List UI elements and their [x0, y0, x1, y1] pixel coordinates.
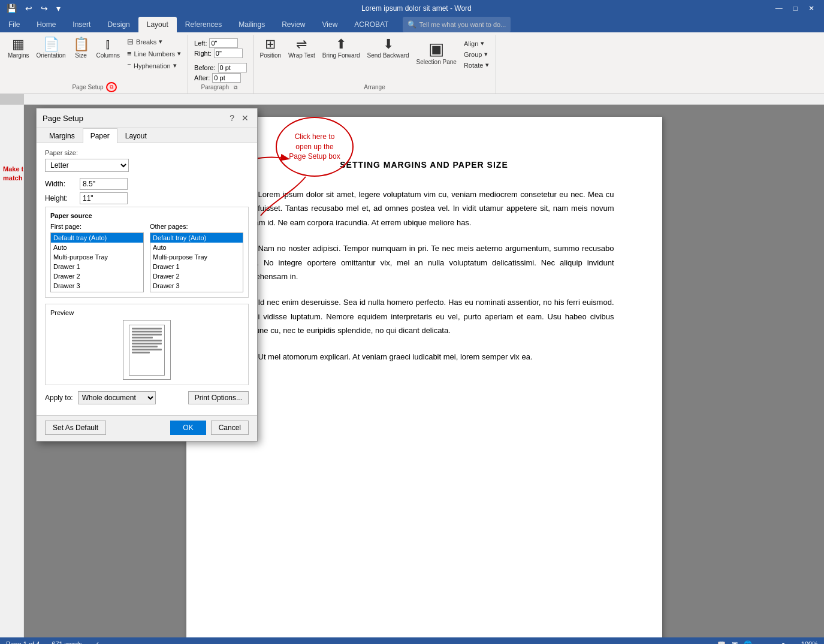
other-item-2[interactable]: Multi-purpose Tray — [150, 252, 243, 262]
selection-pane-button[interactable]: ▣ Selection Pane — [413, 36, 460, 68]
paper-size-group: Paper size: Letter Legal A4 — [45, 149, 249, 172]
source-item-4[interactable]: Drawer 2 — [51, 271, 143, 281]
breaks-button[interactable]: ⊟ Breaks ▾ — [124, 36, 184, 47]
group-button[interactable]: Group▾ — [461, 49, 492, 59]
selection-pane-label: Selection Pane — [416, 59, 457, 65]
apply-to-select[interactable]: Whole document This point forward — [78, 391, 156, 404]
width-row: Width: — [45, 178, 249, 190]
print-layout-icon[interactable]: ▣ — [732, 640, 738, 645]
preview-line-1 — [132, 328, 162, 329]
page-setup-dialog-launcher[interactable]: ⧉ — [106, 82, 117, 92]
cancel-button[interactable]: Cancel — [211, 421, 249, 435]
preview-line-4 — [132, 337, 153, 338]
tab-acrobat[interactable]: ACROBAT — [346, 17, 397, 32]
dialog-tab-margins[interactable]: Margins — [41, 128, 83, 143]
position-button[interactable]: ⊞ Position — [257, 36, 285, 61]
tab-file[interactable]: File — [0, 17, 28, 32]
other-item-3[interactable]: Drawer 1 — [150, 262, 243, 271]
zoom-slider[interactable]: ─────●─── 100% — [758, 640, 818, 644]
paragraph-group-content: Left: Right: Before: — [192, 36, 249, 83]
paragraph-dialog-launcher[interactable]: ⧉ — [231, 83, 240, 92]
paragraph-label-row: Paragraph ⧉ — [192, 83, 249, 92]
source-item-auto-other[interactable]: Default tray (Auto) — [150, 233, 243, 243]
ribbon: File Home Insert Design Layout Reference… — [0, 17, 824, 94]
other-pages-list[interactable]: Default tray (Auto) Auto Multi-purpose T… — [150, 232, 243, 292]
web-layout-icon[interactable]: 🌐 — [744, 640, 752, 645]
position-icon: ⊞ — [265, 38, 276, 51]
spacing-after-input[interactable] — [212, 73, 241, 83]
other-pages-col: Other pages: Default tray (Auto) Auto Mu… — [150, 223, 243, 292]
orientation-icon: 📄 — [43, 38, 59, 51]
dialog-tab-paper[interactable]: Paper — [83, 128, 117, 143]
other-item-4[interactable]: Drawer 2 — [150, 271, 243, 281]
spacing-controls: Before: After: — [194, 63, 246, 83]
quick-access-more[interactable]: ▾ — [55, 2, 62, 14]
minimize-button[interactable]: — — [771, 3, 787, 14]
source-item-3[interactable]: Drawer 1 — [51, 262, 143, 271]
columns-button[interactable]: ⫿ Columns — [93, 36, 123, 61]
source-item-6[interactable]: Drawer 4 — [51, 291, 143, 292]
dialog-tab-layout[interactable]: Layout — [117, 128, 155, 143]
size-button[interactable]: 📋 Size — [70, 36, 92, 61]
set-default-button[interactable]: Set As Default — [45, 421, 106, 435]
dialog-close-button[interactable]: ✕ — [239, 113, 251, 123]
source-item-auto-first[interactable]: Default tray (Auto) — [51, 233, 143, 243]
source-item-1[interactable]: Auto — [51, 243, 143, 252]
send-backward-icon: ⬇ — [383, 38, 394, 51]
close-button[interactable]: ✕ — [804, 3, 819, 14]
height-input[interactable] — [80, 192, 128, 204]
arrange-group: ⊞ Position ⇌ Wrap Text ⬆ Bring Forward ⬇… — [253, 35, 497, 93]
tab-view[interactable]: View — [314, 17, 346, 32]
save-icon[interactable]: 💾 — [5, 2, 19, 14]
print-options-button[interactable]: Print Options... — [188, 391, 249, 404]
indent-left-input[interactable] — [209, 38, 238, 48]
source-item-5[interactable]: Drawer 3 — [51, 281, 143, 291]
preview-doc — [129, 325, 165, 376]
tab-home[interactable]: Home — [28, 17, 64, 32]
tab-references[interactable]: References — [177, 17, 230, 32]
read-mode-icon[interactable]: 📖 — [717, 640, 726, 645]
rotate-button[interactable]: Rotate▾ — [461, 60, 492, 70]
margins-button[interactable]: ▦ Margins — [5, 36, 32, 61]
paper-source-section: Paper source First page: Default tray (A… — [45, 207, 249, 298]
indent-controls: Left: Right: — [194, 38, 246, 58]
preview-line-3 — [132, 334, 162, 335]
preview-line-7 — [132, 346, 158, 347]
first-page-list[interactable]: Default tray (Auto) Auto Multi-purpose T… — [50, 232, 144, 292]
tab-mailings[interactable]: Mailings — [230, 17, 273, 32]
proofing-icon[interactable]: ✓ — [94, 640, 99, 645]
width-input[interactable] — [80, 178, 128, 190]
source-item-2[interactable]: Multi-purpose Tray — [51, 252, 143, 262]
hyphenation-button[interactable]: ⁻ Hyphenation ▾ — [124, 60, 184, 71]
document-area[interactable]: Click here to open up the Page Setup box… — [24, 105, 824, 637]
ribbon-search[interactable]: Tell me what you want to do... — [419, 21, 506, 28]
maximize-button[interactable]: □ — [789, 3, 802, 14]
orientation-button[interactable]: 📄 Orientation — [34, 36, 69, 61]
undo-icon[interactable]: ↩ — [23, 2, 34, 14]
preview-box — [123, 320, 171, 380]
ok-button[interactable]: OK — [170, 421, 206, 435]
redo-icon[interactable]: ↪ — [39, 2, 50, 14]
other-item-5[interactable]: Drawer 3 — [150, 281, 243, 291]
first-page-label: First page: — [50, 223, 144, 230]
ruler-left-margin — [0, 94, 24, 104]
send-backward-button[interactable]: ⬇ Send Backward — [364, 36, 412, 61]
ribbon-tabs: File Home Insert Design Layout Reference… — [0, 17, 824, 32]
tab-design[interactable]: Design — [99, 17, 138, 32]
title-bar: 💾 ↩ ↪ ▾ Lorem ipsum dolor sit amet - Wor… — [0, 0, 824, 17]
tab-insert[interactable]: Insert — [64, 17, 99, 32]
bring-forward-button[interactable]: ⬆ Bring Forward — [319, 36, 363, 61]
tab-layout[interactable]: Layout — [138, 17, 177, 32]
other-item-6[interactable]: Drawer 4 — [150, 291, 243, 292]
line-numbers-button[interactable]: ≡ Line Numbers ▾ — [124, 48, 184, 59]
page-setup-group-content: ▦ Margins 📄 Orientation 📋 Size ⫿ Columns — [5, 36, 184, 82]
align-button[interactable]: Align▾ — [461, 38, 492, 49]
arrange-label: Arrange — [364, 83, 385, 92]
dialog-help-button[interactable]: ? — [227, 113, 237, 123]
paper-size-select[interactable]: Letter Legal A4 — [45, 159, 129, 172]
indent-right-input[interactable] — [214, 49, 243, 58]
spacing-before-input[interactable] — [218, 63, 247, 72]
tab-review[interactable]: Review — [273, 17, 313, 32]
wrap-text-button[interactable]: ⇌ Wrap Text — [285, 36, 318, 61]
other-item-1[interactable]: Auto — [150, 243, 243, 252]
